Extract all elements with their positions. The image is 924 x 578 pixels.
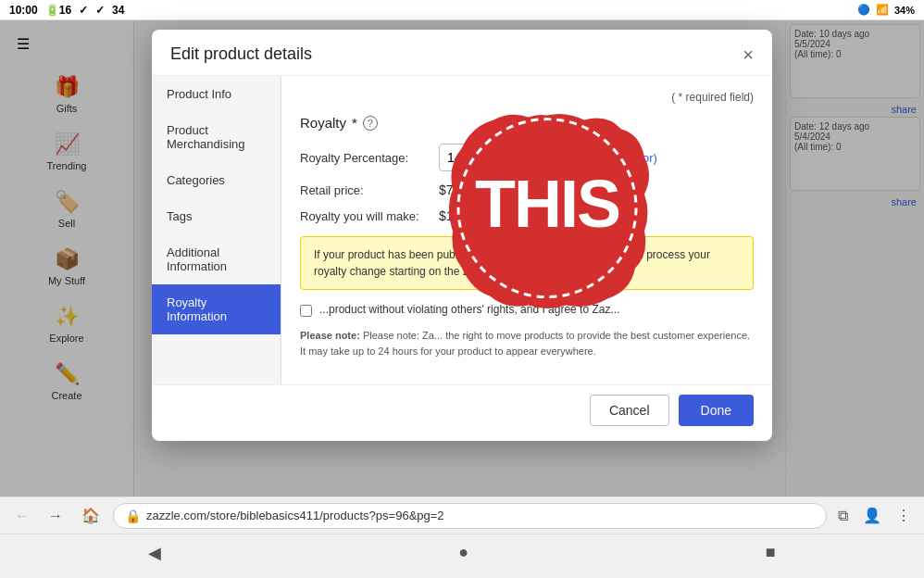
battery-icon: 🔋16 — [45, 4, 71, 17]
cancel-button[interactable]: Cancel — [590, 395, 669, 426]
wifi-icon: 📶 — [876, 4, 889, 16]
bottom-back-button[interactable]: ◀ — [130, 537, 180, 569]
address-bar: ← → 🏠 🔒 zazzle.com/store/biblebasics411/… — [0, 496, 924, 534]
nav-item-product-merchandising[interactable]: Product Merchandising — [152, 112, 281, 162]
modal-footer: Cancel Done — [152, 384, 772, 441]
url-text: zazzle.com/store/biblebasics411/products… — [146, 509, 444, 522]
bottom-nav: ◀ ● ■ — [0, 534, 924, 571]
bottom-square-button[interactable]: ■ — [747, 537, 794, 568]
modal-header: Edit product details × — [152, 30, 772, 76]
royalty-unit: % — [522, 151, 533, 165]
modal-title: Edit product details — [170, 44, 312, 64]
nav-item-additional-information[interactable]: Additional Information — [152, 234, 281, 284]
modal-overlay: Edit product details × Product Info Prod… — [0, 20, 924, 496]
profile-button[interactable]: 👤 — [859, 503, 885, 528]
copy-button[interactable]: ⧉ — [834, 503, 852, 528]
edit-product-modal: Edit product details × Product Info Prod… — [152, 30, 772, 441]
royalty-warning-box: If your product has been published for l… — [300, 236, 754, 290]
back-button[interactable]: ← — [9, 504, 35, 528]
nav-item-royalty-information[interactable]: Royalty Information — [152, 284, 281, 334]
advanced-calculator-link[interactable]: (advanced calculator) — [543, 151, 657, 165]
please-note: Please note: Please note: Za... the righ… — [300, 328, 754, 358]
retail-price-label: Retail price: — [300, 183, 430, 197]
time-display: 10:00 — [9, 4, 38, 17]
retail-price-row: Retail price: $77.45 — [300, 182, 754, 197]
nav-item-categories[interactable]: Categories — [152, 162, 281, 198]
done-button[interactable]: Done — [679, 395, 754, 426]
help-icon[interactable]: ? — [363, 116, 378, 131]
royalty-will-make-value: $11.00 — [439, 208, 479, 223]
nav-item-product-info[interactable]: Product Info — [152, 76, 281, 112]
forward-button[interactable]: → — [43, 504, 69, 528]
royalty-percentage-row: Royalty Percentage: % (advanced calculat… — [300, 144, 754, 171]
modal-nav: Product Info Product Merchandising Categ… — [152, 76, 281, 384]
checkbox-row: ...product without violating others' rig… — [300, 303, 754, 317]
bottom-home-button[interactable]: ● — [440, 537, 487, 568]
nav-item-tags[interactable]: Tags — [152, 198, 281, 234]
check-icon-1: ✓ — [79, 4, 88, 17]
menu-button[interactable]: ⋮ — [893, 503, 915, 528]
required-star: * — [352, 115, 357, 131]
agreement-checkbox[interactable] — [300, 305, 312, 317]
check-icon-2: ✓ — [95, 4, 105, 17]
notification-count: 34 — [112, 4, 124, 17]
url-actions: ⧉ 👤 ⋮ — [834, 503, 915, 528]
close-button[interactable]: × — [743, 45, 754, 64]
royalty-will-make-label: Royalty you will make: — [300, 209, 430, 223]
royalty-section-title: Royalty * ? — [300, 115, 754, 131]
status-bar: 10:00 🔋16 ✓ ✓ 34 🔵 📶 34% — [0, 0, 924, 20]
battery-percent: 34% — [894, 5, 915, 16]
required-note: ( * required field) — [300, 91, 754, 104]
modal-content-area: ( * required field) Royalty * ? Royalty … — [281, 76, 772, 384]
royalty-percentage-input[interactable] — [439, 144, 513, 171]
url-bar[interactable]: 🔒 zazzle.com/store/biblebasics411/produc… — [113, 503, 827, 529]
home-button[interactable]: 🏠 — [76, 503, 106, 528]
retail-price-value: $77.45 — [439, 182, 479, 197]
modal-body: Product Info Product Merchandising Categ… — [152, 76, 772, 384]
app-container: ☰ 🎁 Gifts 📈 Trending 🏷️ Sell 📦 My Stuff … — [0, 20, 924, 496]
royalty-will-make-row: Royalty you will make: $11.00 — [300, 208, 754, 223]
bluetooth-icon: 🔵 — [857, 4, 870, 16]
stamp-text: THIS — [475, 166, 619, 240]
lock-icon: 🔒 — [125, 509, 141, 523]
royalty-percentage-label: Royalty Percentage: — [300, 151, 430, 165]
checkbox-label: ...product without violating others' rig… — [319, 303, 619, 316]
